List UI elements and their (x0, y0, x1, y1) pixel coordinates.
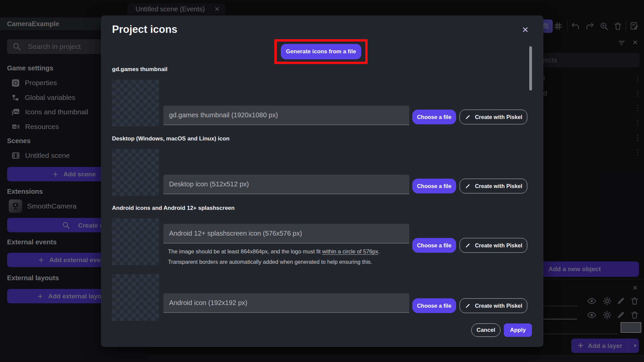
choose-file-button-desktop[interactable]: Choose a file (412, 179, 456, 193)
piskel-label: Create with Piskel (475, 183, 522, 189)
section-heading-desktop: Desktop (Windows, macOS and Linux) icon (112, 135, 229, 142)
desktop-icon-preview (112, 149, 159, 196)
android-icon-preview (112, 274, 159, 321)
piskel-label: Create with Piskel (475, 303, 522, 309)
apply-button[interactable]: Apply (504, 323, 532, 337)
brush-icon (465, 303, 471, 309)
helper-text: . (378, 248, 380, 254)
android-splashscreen-field[interactable]: Android 12+ splashscreen icon (576x576 p… (163, 224, 409, 243)
helper-line-2: Transparent borders are automatically ad… (168, 257, 413, 267)
android-splashscreen-preview (112, 219, 159, 265)
piskel-label: Create with Piskel (475, 242, 522, 249)
choose-file-button-android-icon[interactable]: Choose a file (412, 298, 456, 313)
helper-line-1: The image should be at least 864x864px, … (168, 246, 413, 257)
brush-icon (465, 114, 471, 120)
annotation-red-box: Generate icons from a file (274, 39, 368, 64)
android-icon-field[interactable]: Android icon (192x192 px) (163, 293, 409, 313)
piskel-label: Create with Piskel (475, 114, 522, 120)
create-with-piskel-button-android-icon[interactable]: Create with Piskel (460, 298, 527, 313)
choose-file-button-splashscreen[interactable]: Choose a file (412, 238, 456, 253)
section-heading-gdgames: gd.games thumbnail (112, 66, 167, 73)
cancel-button[interactable]: Cancel (471, 323, 500, 337)
desktop-icon-field[interactable]: Desktop icon (512x512 px) (163, 175, 409, 194)
android-splashscreen-helper-text: The image should be at least 864x864px, … (168, 246, 413, 267)
helper-text: The image should be at least 864x864px, … (168, 248, 322, 254)
field-placeholder: Desktop icon (512x512 px) (169, 180, 249, 188)
field-placeholder: gd.games thumbnail (644x362 px) (169, 111, 278, 119)
project-icons-dialog: Project icons × Generate icons from a fi… (101, 15, 543, 347)
helper-link-text[interactable]: within a circle of 576px (322, 248, 378, 254)
brush-icon (465, 183, 471, 189)
generate-icons-button[interactable]: Generate icons from a file (281, 44, 361, 59)
gdgames-thumbnail-field[interactable]: gd.games thumbnail (644x362 px) (163, 106, 409, 125)
create-with-piskel-button-desktop[interactable]: Create with Piskel (460, 179, 527, 193)
gdgames-thumbnail-preview (112, 80, 159, 126)
dialog-close-button[interactable]: × (520, 24, 531, 35)
close-icon: × (522, 24, 529, 35)
section-heading-android: Android icons and Android 12+ splashscre… (112, 205, 234, 212)
brush-icon (465, 242, 471, 249)
choose-file-button-gdgames[interactable]: Choose a file (412, 110, 456, 124)
create-with-piskel-button-gdgames[interactable]: Create with Piskel (460, 110, 527, 124)
app-root: Untitled scene (Events) × × Search objec… (0, 0, 644, 362)
dialog-scrollbar-thumb[interactable] (529, 46, 532, 90)
create-with-piskel-button-splashscreen[interactable]: Create with Piskel (460, 238, 527, 253)
field-placeholder: Android icon (192x192 px) (169, 299, 247, 307)
field-placeholder: Android 12+ splashscreen icon (576x576 p… (169, 230, 302, 237)
dialog-title: Project icons (112, 23, 177, 36)
